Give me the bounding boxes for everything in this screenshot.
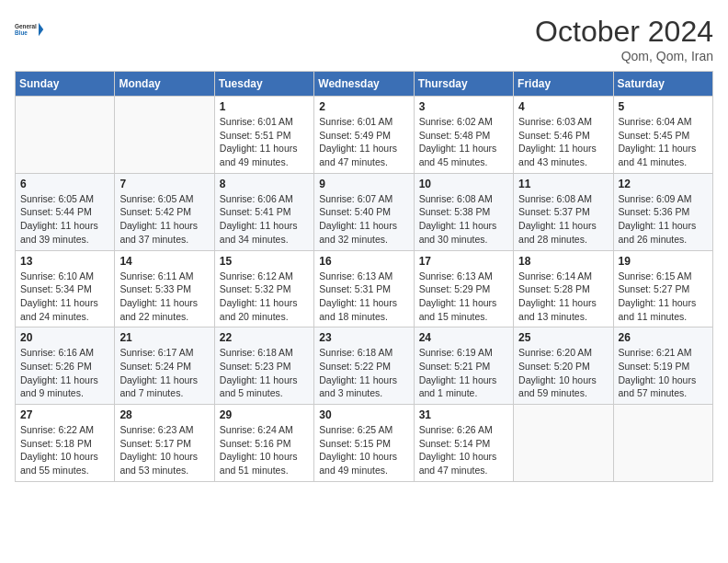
calendar-cell	[613, 405, 712, 482]
calendar-cell: 31Sunrise: 6:26 AMSunset: 5:14 PMDayligh…	[414, 405, 513, 482]
calendar-cell: 28Sunrise: 6:23 AMSunset: 5:17 PMDayligh…	[115, 405, 214, 482]
day-info: Sunrise: 6:03 AMSunset: 5:46 PMDaylight:…	[518, 115, 608, 169]
calendar-cell: 19Sunrise: 6:15 AMSunset: 5:27 PMDayligh…	[613, 250, 712, 327]
calendar-table: SundayMondayTuesdayWednesdayThursdayFrid…	[15, 71, 713, 482]
day-info: Sunrise: 6:13 AMSunset: 5:29 PMDaylight:…	[419, 270, 508, 324]
calendar-header-row: SundayMondayTuesdayWednesdayThursdayFrid…	[16, 72, 713, 97]
svg-text:General: General	[15, 23, 37, 29]
calendar-cell: 8Sunrise: 6:06 AMSunset: 5:41 PMDaylight…	[214, 173, 313, 250]
title-block: October 2024 Qom, Qom, Iran	[535, 15, 713, 63]
day-number: 5	[619, 100, 708, 113]
day-info: Sunrise: 6:08 AMSunset: 5:38 PMDaylight:…	[419, 192, 508, 247]
day-info: Sunrise: 6:09 AMSunset: 5:36 PMDaylight:…	[619, 192, 708, 247]
calendar-cell: 21Sunrise: 6:17 AMSunset: 5:24 PMDayligh…	[115, 327, 214, 405]
day-number: 22	[220, 331, 309, 344]
day-info: Sunrise: 6:08 AMSunset: 5:37 PMDaylight:…	[518, 192, 608, 247]
calendar-week-row: 13Sunrise: 6:10 AMSunset: 5:34 PMDayligh…	[16, 250, 713, 327]
calendar-cell: 14Sunrise: 6:11 AMSunset: 5:33 PMDayligh…	[115, 250, 214, 327]
calendar-header-monday: Monday	[115, 72, 214, 97]
day-info: Sunrise: 6:22 AMSunset: 5:18 PMDaylight:…	[20, 423, 109, 477]
calendar-cell: 29Sunrise: 6:24 AMSunset: 5:16 PMDayligh…	[214, 405, 313, 482]
calendar-week-row: 20Sunrise: 6:16 AMSunset: 5:26 PMDayligh…	[16, 327, 713, 405]
day-number: 29	[220, 408, 309, 421]
day-number: 9	[319, 178, 408, 190]
day-info: Sunrise: 6:13 AMSunset: 5:31 PMDaylight:…	[319, 270, 408, 324]
day-number: 15	[220, 255, 309, 268]
calendar-cell: 5Sunrise: 6:04 AMSunset: 5:45 PMDaylight…	[613, 97, 712, 174]
calendar-header-tuesday: Tuesday	[214, 72, 313, 97]
logo-icon: GeneralBlue	[15, 15, 44, 44]
day-number: 27	[20, 408, 109, 421]
calendar-cell: 22Sunrise: 6:18 AMSunset: 5:23 PMDayligh…	[214, 327, 313, 405]
day-number: 7	[119, 178, 209, 190]
calendar-cell: 27Sunrise: 6:22 AMSunset: 5:18 PMDayligh…	[16, 405, 115, 482]
day-info: Sunrise: 6:11 AMSunset: 5:33 PMDaylight:…	[119, 270, 209, 324]
day-info: Sunrise: 6:18 AMSunset: 5:23 PMDaylight:…	[220, 346, 309, 400]
day-number: 14	[119, 255, 209, 268]
day-info: Sunrise: 6:01 AMSunset: 5:51 PMDaylight:…	[220, 115, 309, 169]
day-number: 16	[319, 255, 408, 268]
svg-text:Blue: Blue	[15, 29, 28, 36]
calendar-cell: 9Sunrise: 6:07 AMSunset: 5:40 PMDaylight…	[314, 173, 414, 250]
calendar-week-row: 27Sunrise: 6:22 AMSunset: 5:18 PMDayligh…	[16, 405, 713, 482]
day-number: 23	[319, 331, 408, 344]
calendar-cell: 23Sunrise: 6:18 AMSunset: 5:22 PMDayligh…	[314, 327, 414, 405]
day-number: 25	[518, 331, 608, 344]
calendar-cell: 20Sunrise: 6:16 AMSunset: 5:26 PMDayligh…	[16, 327, 115, 405]
day-number: 10	[419, 178, 508, 190]
day-info: Sunrise: 6:15 AMSunset: 5:27 PMDaylight:…	[619, 270, 708, 324]
day-number: 18	[518, 255, 608, 268]
calendar-cell: 12Sunrise: 6:09 AMSunset: 5:36 PMDayligh…	[613, 173, 712, 250]
day-number: 21	[119, 331, 209, 344]
calendar-week-row: 6Sunrise: 6:05 AMSunset: 5:44 PMDaylight…	[16, 173, 713, 250]
day-number: 13	[20, 255, 109, 268]
calendar-cell: 4Sunrise: 6:03 AMSunset: 5:46 PMDaylight…	[514, 97, 613, 174]
calendar-week-row: 1Sunrise: 6:01 AMSunset: 5:51 PMDaylight…	[16, 97, 713, 174]
calendar-cell: 30Sunrise: 6:25 AMSunset: 5:15 PMDayligh…	[314, 405, 414, 482]
day-info: Sunrise: 6:02 AMSunset: 5:48 PMDaylight:…	[419, 115, 508, 169]
day-number: 8	[220, 178, 309, 190]
day-number: 12	[619, 178, 708, 190]
calendar-header-friday: Friday	[514, 72, 613, 97]
day-number: 1	[220, 100, 309, 113]
day-info: Sunrise: 6:04 AMSunset: 5:45 PMDaylight:…	[619, 115, 708, 169]
page-header: GeneralBlue October 2024 Qom, Qom, Iran	[15, 15, 713, 63]
calendar-cell: 26Sunrise: 6:21 AMSunset: 5:19 PMDayligh…	[613, 327, 712, 405]
location: Qom, Qom, Iran	[535, 49, 713, 63]
calendar-cell: 13Sunrise: 6:10 AMSunset: 5:34 PMDayligh…	[16, 250, 115, 327]
calendar-cell: 3Sunrise: 6:02 AMSunset: 5:48 PMDaylight…	[414, 97, 513, 174]
calendar-cell: 17Sunrise: 6:13 AMSunset: 5:29 PMDayligh…	[414, 250, 513, 327]
calendar-cell: 7Sunrise: 6:05 AMSunset: 5:42 PMDaylight…	[115, 173, 214, 250]
calendar-cell: 1Sunrise: 6:01 AMSunset: 5:51 PMDaylight…	[214, 97, 313, 174]
svg-marker-2	[39, 23, 43, 36]
day-info: Sunrise: 6:10 AMSunset: 5:34 PMDaylight:…	[20, 270, 109, 324]
calendar-cell	[16, 97, 115, 174]
day-number: 17	[419, 255, 508, 268]
day-number: 3	[419, 100, 508, 113]
logo: GeneralBlue	[15, 15, 44, 44]
calendar-cell: 11Sunrise: 6:08 AMSunset: 5:37 PMDayligh…	[514, 173, 613, 250]
day-info: Sunrise: 6:14 AMSunset: 5:28 PMDaylight:…	[518, 270, 608, 324]
day-number: 20	[20, 331, 109, 344]
day-number: 30	[319, 408, 408, 421]
day-info: Sunrise: 6:18 AMSunset: 5:22 PMDaylight:…	[319, 346, 408, 400]
day-info: Sunrise: 6:24 AMSunset: 5:16 PMDaylight:…	[220, 423, 309, 477]
calendar-cell: 10Sunrise: 6:08 AMSunset: 5:38 PMDayligh…	[414, 173, 513, 250]
day-number: 19	[619, 255, 708, 268]
day-number: 24	[419, 331, 508, 344]
calendar-header-saturday: Saturday	[613, 72, 712, 97]
day-info: Sunrise: 6:20 AMSunset: 5:20 PMDaylight:…	[518, 346, 608, 400]
calendar-header-thursday: Thursday	[414, 72, 513, 97]
calendar-cell: 18Sunrise: 6:14 AMSunset: 5:28 PMDayligh…	[514, 250, 613, 327]
day-info: Sunrise: 6:01 AMSunset: 5:49 PMDaylight:…	[319, 115, 408, 169]
day-info: Sunrise: 6:07 AMSunset: 5:40 PMDaylight:…	[319, 192, 408, 247]
day-info: Sunrise: 6:21 AMSunset: 5:19 PMDaylight:…	[619, 346, 708, 400]
calendar-cell	[115, 97, 214, 174]
day-number: 4	[518, 100, 608, 113]
day-number: 6	[20, 178, 109, 190]
day-info: Sunrise: 6:19 AMSunset: 5:21 PMDaylight:…	[419, 346, 508, 400]
calendar-header-wednesday: Wednesday	[314, 72, 414, 97]
day-info: Sunrise: 6:05 AMSunset: 5:42 PMDaylight:…	[119, 192, 209, 247]
day-info: Sunrise: 6:16 AMSunset: 5:26 PMDaylight:…	[20, 346, 109, 400]
calendar-cell: 2Sunrise: 6:01 AMSunset: 5:49 PMDaylight…	[314, 97, 414, 174]
